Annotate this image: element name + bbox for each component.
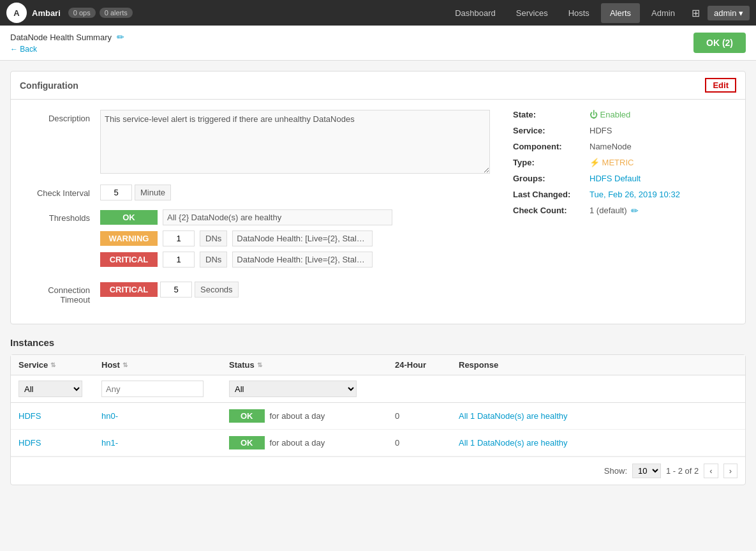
brand-logo: A xyxy=(6,3,27,23)
row2-service-link[interactable]: HDFS xyxy=(19,438,41,448)
sort-status-icon[interactable]: ⇅ xyxy=(257,361,262,368)
meta-service-value: HDFS xyxy=(589,126,612,135)
row1-24h: 0 xyxy=(395,411,459,421)
page-title-area: DataNode Health Summary ✏ Back xyxy=(10,32,124,54)
row2-status: OK for about a day xyxy=(229,436,395,449)
page-title-row: DataNode Health Summary ✏ xyxy=(10,32,124,42)
ops-badge[interactable]: 0 ops xyxy=(68,8,96,18)
nav-admin[interactable]: Admin xyxy=(642,3,684,23)
nav-links: Dashboard Services Hosts Alerts Admin ⊞ … xyxy=(446,2,750,24)
brand-logo-text: A xyxy=(13,8,19,18)
nav-alerts[interactable]: Alerts xyxy=(601,3,640,23)
critical-unit: DNs xyxy=(200,252,227,268)
edit-button[interactable]: Edit xyxy=(705,78,736,93)
row2-host-link[interactable]: hn1- xyxy=(101,438,118,448)
row2-status-time: for about a day xyxy=(270,438,325,448)
host-filter-input[interactable] xyxy=(101,381,204,397)
filter-service-cell: All xyxy=(19,381,101,397)
connection-timeout-input[interactable] xyxy=(160,282,192,298)
pagination: Show: 10 1 - 2 of 2 ‹ › xyxy=(11,457,745,485)
page-size-select[interactable]: 10 xyxy=(632,464,661,478)
ops-badges: 0 ops 0 alerts xyxy=(68,8,133,18)
meta-state-label: State: xyxy=(513,110,589,119)
meta-groups: Groups: HDFS Default xyxy=(513,174,735,183)
row2-service: HDFS xyxy=(19,438,101,448)
alerts-badge[interactable]: 0 alerts xyxy=(100,8,133,18)
thresholds-row: Thresholds OK WARNING DNs xyxy=(24,209,490,273)
th-response: Response xyxy=(459,360,737,370)
table-header: Service ⇅ Host ⇅ Status ⇅ 24-Hour Respon… xyxy=(11,355,745,375)
description-control: This service-level alert is triggered if… xyxy=(100,110,490,176)
connection-timeout-row: Connection Timeout CRITICAL Seconds xyxy=(24,282,490,305)
service-filter-select[interactable]: All xyxy=(19,381,82,397)
nav-hosts[interactable]: Hosts xyxy=(560,3,598,23)
connection-timeout-control: CRITICAL Seconds xyxy=(100,282,490,298)
table-row: HDFS hn0- OK for about a day 0 All 1 Dat… xyxy=(11,403,745,430)
warning-value-input[interactable] xyxy=(163,230,195,246)
page-title-text: DataNode Health Summary xyxy=(10,33,112,42)
row1-host-link[interactable]: hn0- xyxy=(101,411,118,421)
thresholds-label: Thresholds xyxy=(24,209,100,223)
sort-service-icon[interactable]: ⇅ xyxy=(50,361,56,368)
next-page-button[interactable]: › xyxy=(723,464,737,478)
critical-value-input[interactable] xyxy=(163,252,195,268)
back-link[interactable]: Back xyxy=(10,45,124,54)
instances-section: Instances Service ⇅ Host ⇅ Status ⇅ 24-H… xyxy=(10,337,746,485)
meta-type-label: Type: xyxy=(513,158,589,167)
prev-page-button[interactable]: ‹ xyxy=(704,464,718,478)
check-count-edit-icon[interactable]: ✏ xyxy=(631,206,639,216)
meta-check-count-value: 1 (default) xyxy=(589,206,627,216)
check-interval-unit: Minute xyxy=(135,185,171,200)
ok-threshold-input[interactable] xyxy=(163,209,392,225)
configuration-panel: Configuration Edit Description This serv… xyxy=(10,71,746,324)
config-header: Configuration Edit xyxy=(11,72,745,100)
sort-host-icon[interactable]: ⇅ xyxy=(122,361,128,368)
row2-response: All 1 DataNode(s) are healthy xyxy=(459,438,737,448)
instances-table: Service ⇅ Host ⇅ Status ⇅ 24-Hour Respon… xyxy=(10,354,746,485)
row1-service: HDFS xyxy=(19,411,101,421)
config-title: Configuration xyxy=(20,80,78,91)
row1-status-time: for about a day xyxy=(270,411,325,421)
threshold-critical-button[interactable]: CRITICAL xyxy=(100,252,158,267)
check-interval-row: Check Interval Minute xyxy=(24,185,490,200)
check-interval-input[interactable] xyxy=(100,185,132,200)
title-edit-icon[interactable]: ✏ xyxy=(117,32,124,42)
connection-timeout-group: CRITICAL Seconds xyxy=(100,282,490,298)
warning-text-input[interactable] xyxy=(232,230,373,246)
ok-status-button[interactable]: OK (2) xyxy=(693,33,746,53)
meta-state-value: ⏻ Enabled xyxy=(589,110,630,119)
critical-text-input[interactable] xyxy=(232,252,373,268)
filter-host-cell xyxy=(101,381,229,397)
th-host: Host ⇅ xyxy=(101,360,229,370)
threshold-ok-button[interactable]: OK xyxy=(100,210,158,225)
meta-groups-value: HDFS Default xyxy=(589,174,641,183)
threshold-ok-row: OK xyxy=(100,209,490,225)
row1-host: hn0- xyxy=(101,411,229,421)
row2-host: hn1- xyxy=(101,438,229,448)
connection-timeout-badge: CRITICAL xyxy=(100,282,158,297)
check-interval-group: Minute xyxy=(100,185,490,200)
user-menu[interactable]: admin ▾ xyxy=(708,6,750,20)
nav-dashboard[interactable]: Dashboard xyxy=(446,3,505,23)
meta-service-label: Service: xyxy=(513,126,589,135)
check-interval-label: Check Interval xyxy=(24,185,100,198)
nav-services[interactable]: Services xyxy=(507,3,557,23)
threshold-warning-button[interactable]: WARNING xyxy=(100,231,158,246)
meta-type-value: ⚡ METRIC xyxy=(589,158,634,167)
config-body: Description This service-level alert is … xyxy=(11,100,745,324)
threshold-warning-row: WARNING DNs xyxy=(100,230,490,246)
description-textarea[interactable]: This service-level alert is triggered if… xyxy=(100,110,490,174)
top-navigation: A Ambari 0 ops 0 alerts Dashboard Servic… xyxy=(0,0,756,26)
warning-unit: DNs xyxy=(200,230,227,246)
meta-state: State: ⏻ Enabled xyxy=(513,110,735,119)
row1-service-link[interactable]: HDFS xyxy=(19,411,41,421)
meta-groups-label: Groups: xyxy=(513,174,589,183)
row1-status: OK for about a day xyxy=(229,409,395,423)
config-meta: State: ⏻ Enabled Service: HDFS Component… xyxy=(503,100,745,324)
grid-icon[interactable]: ⊞ xyxy=(686,2,705,24)
meta-type: Type: ⚡ METRIC xyxy=(513,158,735,167)
status-filter-select[interactable]: All xyxy=(229,381,357,397)
row1-response: All 1 DataNode(s) are healthy xyxy=(459,411,737,421)
thresholds-control: OK WARNING DNs CRITICAL xyxy=(100,209,490,273)
meta-last-changed-value: Tue, Feb 26, 2019 10:32 xyxy=(589,190,680,199)
